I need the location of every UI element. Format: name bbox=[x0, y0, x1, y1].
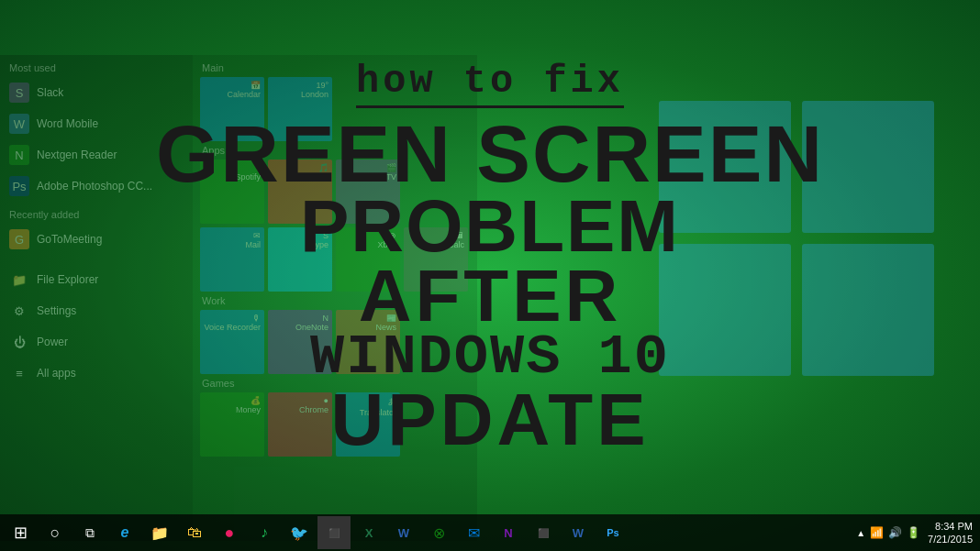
spotify-tile: ♪Spotify bbox=[200, 160, 264, 224]
file-explorer-item: 📁File Explorer bbox=[0, 264, 193, 295]
xbox-taskbar-icon[interactable]: ⊗ bbox=[422, 516, 455, 549]
nextgen-item: NNextgen Reader bbox=[0, 139, 193, 171]
apps-section-label: Apps bbox=[200, 145, 470, 156]
tray-speaker[interactable]: 🔊 bbox=[888, 526, 902, 539]
start-button[interactable]: ⊞ bbox=[4, 516, 37, 549]
file-explorer-icon[interactable]: 📁 bbox=[143, 516, 176, 549]
system-tray: ▲ 📶 🔊 🔋 bbox=[856, 526, 920, 539]
calendar-tile: 📅Calendar bbox=[200, 77, 264, 141]
skype-tile: SSkype bbox=[268, 227, 332, 292]
windows-logo-ghost bbox=[613, 55, 980, 422]
spotify-taskbar-icon[interactable]: ♪ bbox=[248, 516, 281, 549]
groove-tile: 🎵Groove bbox=[268, 160, 332, 224]
search-button[interactable]: ○ bbox=[39, 516, 72, 549]
word2-taskbar-icon[interactable]: W bbox=[562, 516, 595, 549]
tile-row-1: 📅Calendar 19°London bbox=[200, 77, 470, 141]
chrome-taskbar-icon[interactable]: ● bbox=[213, 516, 246, 549]
main-section-label: Main bbox=[200, 62, 470, 73]
tray-network: 📶 bbox=[870, 526, 884, 539]
gotomeeting-item: GGoToMeeting bbox=[0, 224, 193, 255]
settings-item: ⚙Settings bbox=[0, 295, 193, 326]
tray-arrow[interactable]: ▲ bbox=[856, 528, 865, 538]
clock-time: 8:34 PM bbox=[935, 520, 973, 533]
voice-recorder-tile: 🎙Voice Recorder bbox=[200, 310, 264, 374]
power-item: ⏻Power bbox=[0, 326, 193, 358]
most-used-label: Most used bbox=[0, 55, 193, 77]
store-icon[interactable]: 🛍 bbox=[178, 516, 211, 549]
edge-icon[interactable]: e bbox=[108, 516, 141, 549]
translator-tile: あTranslator bbox=[336, 392, 400, 457]
app2-taskbar-icon[interactable]: ⬛ bbox=[527, 516, 560, 549]
xbox-tile: ⊗Xbox bbox=[336, 227, 400, 292]
money-tile: 💰Money bbox=[200, 392, 264, 457]
word-taskbar-icon[interactable]: W bbox=[387, 516, 420, 549]
app1-taskbar-icon[interactable]: ⬛ bbox=[317, 516, 351, 549]
twitter-taskbar-icon[interactable]: 🐦 bbox=[283, 516, 316, 549]
chrome-tile: ●Chrome bbox=[268, 392, 332, 457]
mail-tile: ✉Mail bbox=[200, 227, 264, 292]
tile-row-4: 🎙Voice Recorder NOneNote 📰News bbox=[200, 310, 470, 374]
news-tile: 📰News bbox=[336, 310, 400, 374]
slack-item: SSlack bbox=[0, 77, 193, 108]
tile-row-3: ✉Mail SSkype ⊗Xbox 🖩Calc bbox=[200, 227, 470, 292]
onenote-tile: NOneNote bbox=[268, 310, 332, 374]
mail-taskbar-icon[interactable]: ✉ bbox=[457, 516, 490, 549]
tray-battery: 🔋 bbox=[907, 526, 920, 539]
work-section-label: Work bbox=[200, 295, 470, 306]
photoshop-item: PsAdobe Photoshop CC... bbox=[0, 171, 193, 202]
clock-date: 7/21/2015 bbox=[928, 533, 973, 545]
taskbar: ⊞ ○ ⧉ e 📁 🛍 ● ♪ 🐦 ⬛ X W ⊗ ✉ N ⬛ W Ps ▲ 📶… bbox=[0, 514, 980, 551]
task-view-button[interactable]: ⧉ bbox=[73, 516, 106, 549]
start-menu-ghost: Most used SSlack WWord Mobile NNextgen R… bbox=[0, 55, 477, 541]
calculator-tile: 🖩Calc bbox=[404, 227, 468, 292]
taskbar-right: ▲ 📶 🔊 🔋 8:34 PM 7/21/2015 bbox=[856, 520, 980, 546]
excel-taskbar-icon[interactable]: X bbox=[352, 516, 385, 549]
taskbar-left: ⊞ ○ ⧉ e 📁 🛍 ● ♪ 🐦 ⬛ X W ⊗ ✉ N ⬛ W Ps bbox=[0, 516, 856, 549]
word-mobile-item: WWord Mobile bbox=[0, 108, 193, 139]
games-section-label: Games bbox=[200, 378, 470, 389]
recently-added-label: Recently added bbox=[0, 202, 193, 224]
onenote-taskbar-icon[interactable]: N bbox=[492, 516, 525, 549]
weather-tile: 19°London bbox=[268, 77, 332, 141]
all-apps-item: ≡All apps bbox=[0, 358, 193, 389]
taskbar-clock: 8:34 PM 7/21/2015 bbox=[928, 520, 973, 546]
movies-tile: 🎬Movies & TV bbox=[336, 160, 400, 224]
photoshop-taskbar-icon[interactable]: Ps bbox=[596, 516, 629, 549]
tile-row-2: ♪Spotify 🎵Groove 🎬Movies & TV bbox=[200, 160, 470, 224]
tile-row-5: 💰Money ●Chrome あTranslator bbox=[200, 392, 470, 457]
